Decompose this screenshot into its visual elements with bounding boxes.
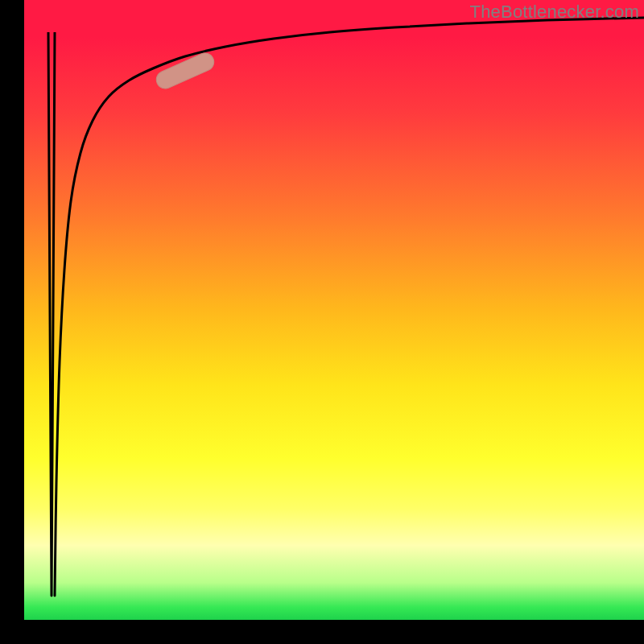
spike-line [48,32,55,596]
plot-area: TheBottlenecker.com [24,0,644,620]
chart-svg [24,0,644,620]
chart-frame: TheBottlenecker.com [0,0,644,644]
bottleneck-curve [55,18,644,596]
watermark-label: TheBottlenecker.com [470,2,639,23]
